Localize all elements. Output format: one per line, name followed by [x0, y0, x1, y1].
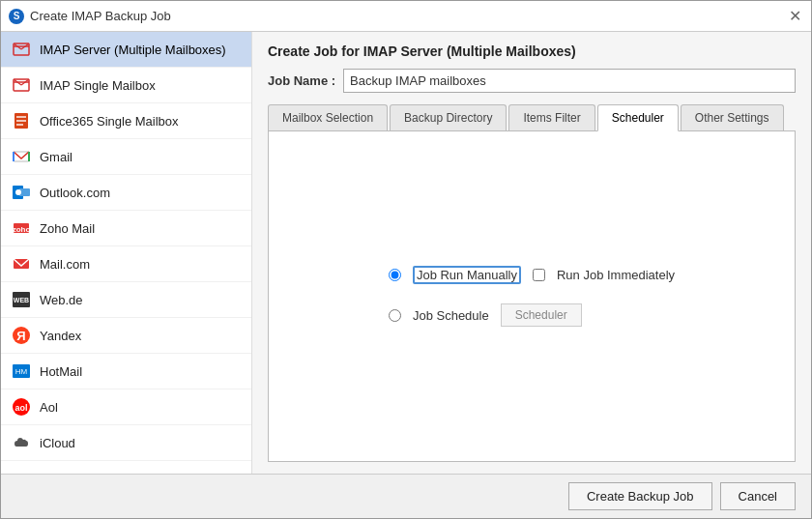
- sidebar: IMAP Server (Multiple Mailboxes)IMAP Sin…: [1, 32, 252, 474]
- sidebar-item-zoho[interactable]: zohoZoho Mail: [1, 211, 251, 246]
- outlook-icon: [11, 182, 32, 203]
- sidebar-label-mailcom: Mail.com: [40, 257, 90, 272]
- svg-text:WEB: WEB: [14, 297, 29, 303]
- title-bar: S Create IMAP Backup Job ✕: [1, 1, 811, 32]
- sidebar-label-outlook: Outlook.com: [40, 186, 110, 200]
- main-window: S Create IMAP Backup Job ✕ IMAP Server (…: [0, 0, 812, 519]
- window-title: Create IMAP Backup Job: [30, 9, 171, 23]
- manual-run-row: Job Run Manually Run Job Immediately: [389, 266, 675, 284]
- job-schedule-label: Job Schedule: [413, 308, 489, 323]
- sidebar-label-gmail: Gmail: [40, 150, 72, 164]
- tab-backup-directory[interactable]: Backup Directory: [390, 104, 507, 130]
- svg-point-15: [15, 189, 21, 195]
- footer: Create Backup Job Cancel: [1, 474, 811, 518]
- sidebar-item-imap-multiple[interactable]: IMAP Server (Multiple Mailboxes): [1, 32, 251, 68]
- aol-icon: aol: [11, 396, 32, 418]
- sidebar-label-hotmail: HotMail: [40, 364, 82, 379]
- manual-run-radio[interactable]: [389, 269, 401, 281]
- sidebar-item-hotmail[interactable]: HMHotMail: [1, 354, 251, 389]
- sidebar-item-icloud[interactable]: iCloud: [1, 425, 251, 461]
- tab-content: Job Run Manually Run Job Immediately Job…: [268, 131, 796, 462]
- office365-icon: [11, 110, 32, 131]
- sidebar-item-gmail[interactable]: Gmail: [1, 139, 251, 175]
- svg-rect-11: [16, 124, 23, 126]
- sidebar-label-icloud: iCloud: [40, 436, 75, 450]
- sidebar-label-zoho: Zoho Mail: [40, 221, 95, 236]
- webde-icon: WEB: [11, 289, 32, 310]
- sidebar-item-mailcom[interactable]: Mail.com: [1, 246, 251, 282]
- scheduler-content: Job Run Manually Run Job Immediately Job…: [331, 237, 733, 356]
- gmail-icon: [11, 146, 32, 167]
- svg-text:Я: Я: [16, 329, 25, 343]
- tab-items-filter[interactable]: Items Filter: [508, 104, 594, 130]
- run-immediately-label: Run Job Immediately: [557, 268, 675, 282]
- sidebar-item-tonline[interactable]: TT-Online Mail: [1, 461, 251, 474]
- job-schedule-radio[interactable]: [389, 309, 401, 322]
- imap-multiple-icon: [11, 39, 32, 60]
- sidebar-label-webde: Web.de: [40, 293, 83, 307]
- job-name-label: Job Name :: [268, 73, 335, 88]
- cancel-button[interactable]: Cancel: [720, 482, 796, 510]
- content-area: IMAP Server (Multiple Mailboxes)IMAP Sin…: [1, 32, 811, 474]
- tab-other-settings[interactable]: Other Settings: [681, 104, 784, 130]
- manual-run-label: Job Run Manually: [413, 266, 521, 284]
- svg-rect-10: [16, 120, 26, 122]
- sidebar-item-yandex[interactable]: ЯYandex: [1, 318, 251, 354]
- sidebar-label-imap-multiple: IMAP Server (Multiple Mailboxes): [40, 43, 226, 57]
- zoho-icon: zoho: [11, 217, 32, 239]
- sidebar-item-imap-single[interactable]: IMAP Single Mailbox: [1, 68, 251, 103]
- tabs-bar: Mailbox SelectionBackup DirectoryItems F…: [268, 104, 796, 131]
- svg-rect-9: [16, 116, 26, 118]
- sidebar-item-outlook[interactable]: Outlook.com: [1, 175, 251, 211]
- icloud-icon: [11, 432, 32, 453]
- tab-mailbox-selection[interactable]: Mailbox Selection: [268, 104, 388, 130]
- panel-header: Create Job for IMAP Server (Multiple Mai…: [268, 43, 796, 59]
- job-schedule-row: Job Schedule Scheduler: [389, 303, 582, 327]
- sidebar-label-aol: Aol: [40, 400, 58, 415]
- sidebar-item-webde[interactable]: WEBWeb.de: [1, 282, 251, 318]
- sidebar-label-office365: Office365 Single Mailbox: [40, 114, 179, 129]
- scheduler-button[interactable]: Scheduler: [501, 303, 582, 327]
- mailcom-icon: [11, 253, 32, 274]
- main-panel: Create Job for IMAP Server (Multiple Mai…: [252, 32, 811, 474]
- svg-text:HM: HM: [15, 367, 28, 376]
- yandex-icon: Я: [11, 325, 32, 346]
- sidebar-label-yandex: Yandex: [40, 329, 81, 343]
- run-immediately-checkbox[interactable]: [533, 269, 545, 281]
- svg-text:aol: aol: [14, 403, 27, 413]
- close-button[interactable]: ✕: [787, 9, 803, 24]
- sidebar-label-imap-single: IMAP Single Mailbox: [40, 78, 156, 93]
- sidebar-item-office365[interactable]: Office365 Single Mailbox: [1, 103, 251, 139]
- job-name-input[interactable]: [343, 69, 796, 93]
- app-icon: S: [9, 9, 24, 24]
- svg-text:zoho: zoho: [13, 225, 31, 234]
- sidebar-item-aol[interactable]: aolAol: [1, 389, 251, 425]
- title-bar-left: S Create IMAP Backup Job: [9, 9, 171, 24]
- hotmail-icon: HM: [11, 360, 32, 382]
- tab-scheduler[interactable]: Scheduler: [597, 104, 679, 131]
- job-name-row: Job Name :: [268, 69, 796, 93]
- imap-single-icon: [11, 74, 32, 96]
- create-backup-button[interactable]: Create Backup Job: [568, 482, 712, 510]
